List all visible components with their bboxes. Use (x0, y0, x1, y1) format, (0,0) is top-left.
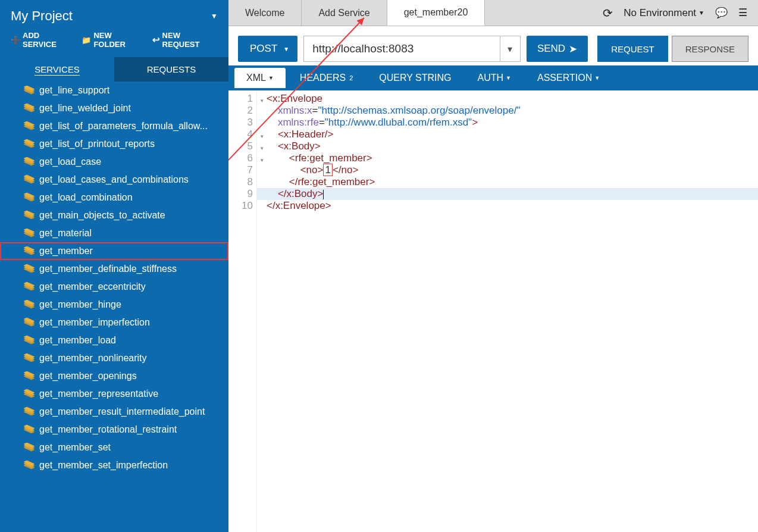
service-item-label: get_member_eccentricity (39, 281, 146, 292)
service-item[interactable]: get_main_objects_to_activate (0, 206, 228, 224)
stack-icon (25, 390, 33, 398)
stack-icon (25, 443, 33, 452)
service-item[interactable]: get_member_result_intermediate_point (0, 403, 228, 421)
code-editor[interactable]: 12345678910 <x:Envelope xmlns:x="http://… (228, 90, 758, 532)
tab-response[interactable]: RESPONSE (672, 36, 748, 62)
http-method-button[interactable]: POST ▼ (238, 36, 297, 62)
request-icon: ↩ (152, 35, 160, 45)
service-item[interactable]: get_list_of_parameters_formula_allow... (0, 117, 228, 135)
service-item[interactable]: get_material (0, 224, 228, 242)
service-item[interactable]: get_load_combination (0, 189, 228, 206)
stack-icon (25, 425, 33, 434)
service-item-label: get_material (39, 228, 92, 239)
stack-icon (25, 372, 33, 380)
stack-icon (25, 336, 33, 345)
stack-icon (25, 176, 33, 184)
service-item[interactable]: get_member_definable_stiffness (0, 260, 228, 278)
caret-down-icon: ▼ (268, 75, 274, 81)
service-item[interactable]: get_member_openings (0, 367, 228, 385)
service-item-label: get_load_combination (39, 192, 133, 203)
stack-icon (25, 229, 33, 237)
url-input[interactable] (304, 36, 500, 61)
service-item-label: get_member_set_imperfection (39, 460, 168, 471)
new-request-label: NEW REQUEST (162, 31, 218, 49)
add-service-button[interactable]: ➕ ADD SERVICE (11, 31, 73, 49)
service-item[interactable]: get_member_representative (0, 385, 228, 403)
service-item[interactable]: get_member_rotational_restraint (0, 421, 228, 439)
service-item-label: get_list_of_printout_reports (39, 139, 155, 149)
service-item-label: get_line_support (39, 85, 109, 96)
new-request-button[interactable]: ↩ NEW REQUEST (152, 31, 218, 49)
service-item-label: get_load_case (39, 157, 101, 167)
tab-headers[interactable]: HEADERS2 (288, 68, 365, 88)
request-row: POST ▼ ▾ SEND ➤ REQUEST RESPONSE (228, 26, 758, 65)
stack-icon (25, 461, 33, 470)
service-item-label: get_main_objects_to_activate (39, 210, 165, 221)
chat-icon[interactable]: 💬 (715, 7, 728, 19)
service-item-label: get_member_load (39, 335, 116, 346)
sidebar-header: My Project ▼ (0, 0, 228, 29)
service-item[interactable]: get_member_set (0, 439, 228, 456)
http-method-label: POST (250, 43, 277, 55)
stack-icon (25, 86, 33, 95)
project-title: My Project (11, 8, 73, 24)
menu-icon[interactable]: ☰ (738, 7, 747, 19)
code-body[interactable]: <x:Envelope xmlns:x="http://schemas.xmls… (257, 90, 758, 532)
tab-xml[interactable]: XML▼ (234, 68, 286, 88)
tab-query-string[interactable]: QUERY STRING (367, 68, 463, 88)
send-icon: ➤ (569, 43, 577, 55)
folder-icon: 📁 (82, 36, 91, 45)
service-item[interactable]: get_member_eccentricity (0, 278, 228, 296)
service-item[interactable]: get_member_hinge (0, 296, 228, 314)
service-item[interactable]: get_line_welded_joint (0, 99, 228, 117)
editor-tabs-row: WelcomeAdd Serviceget_member20 (228, 0, 485, 26)
environment-dropdown[interactable]: No Environment ▼ (624, 7, 704, 19)
stack-icon (25, 158, 33, 166)
sidebar: My Project ▼ ➕ ADD SERVICE 📁 NEW FOLDER … (0, 0, 228, 532)
service-list[interactable]: get_line_supportget_line_welded_jointget… (0, 82, 228, 532)
headers-count-badge: 2 (349, 74, 353, 82)
stack-icon (25, 140, 33, 148)
line-gutter: 12345678910 (228, 90, 257, 532)
stack-icon (25, 265, 33, 273)
project-dropdown-caret[interactable]: ▼ (211, 12, 218, 20)
environment-label: No Environment (624, 7, 696, 19)
main-panel: WelcomeAdd Serviceget_member20 ⟳ No Envi… (228, 0, 758, 532)
sidebar-tabs: SERVICES REQUESTS (0, 57, 228, 82)
service-item[interactable]: get_member_imperfection (0, 314, 228, 331)
send-label: SEND (537, 43, 565, 55)
service-item[interactable]: get_list_of_printout_reports (0, 135, 228, 153)
service-item-label: get_member_definable_stiffness (39, 264, 177, 274)
request-response-tabs: REQUEST RESPONSE (597, 36, 748, 62)
service-item[interactable]: get_member_nonlinearity (0, 349, 228, 367)
service-item[interactable]: get_load_cases_and_combinations (0, 171, 228, 189)
url-history-dropdown[interactable]: ▾ (500, 36, 520, 61)
top-tab[interactable]: Welcome (228, 0, 302, 26)
stack-icon (25, 318, 33, 327)
service-item-label: get_member_rotational_restraint (39, 424, 177, 435)
stack-icon (25, 104, 33, 112)
url-bar: ▾ (303, 36, 521, 62)
new-folder-button[interactable]: 📁 NEW FOLDER (82, 31, 143, 49)
stack-icon (25, 354, 33, 362)
top-tab[interactable]: get_member20 (387, 0, 486, 26)
tab-services[interactable]: SERVICES (0, 57, 114, 82)
service-item[interactable]: get_member (0, 242, 228, 260)
tab-requests[interactable]: REQUESTS (114, 57, 228, 82)
top-tab[interactable]: Add Service (302, 0, 387, 26)
service-item[interactable]: get_line_support (0, 82, 228, 99)
service-item-label: get_member_openings (39, 371, 137, 381)
caret-down-icon: ▼ (283, 46, 289, 52)
service-item[interactable]: get_member_set_imperfection (0, 456, 228, 474)
service-item[interactable]: get_member_load (0, 331, 228, 349)
send-button[interactable]: SEND ➤ (527, 36, 588, 62)
service-item[interactable]: get_load_case (0, 153, 228, 171)
tab-assertion[interactable]: ASSERTION▼ (525, 68, 612, 88)
tab-request[interactable]: REQUEST (597, 36, 668, 62)
tab-auth[interactable]: AUTH▼ (466, 68, 523, 88)
service-item-label: get_load_cases_and_combinations (39, 174, 189, 185)
refresh-icon[interactable]: ⟳ (603, 6, 613, 20)
stack-icon (25, 301, 33, 309)
stack-icon (25, 408, 33, 416)
plus-circle-icon: ➕ (11, 36, 20, 45)
